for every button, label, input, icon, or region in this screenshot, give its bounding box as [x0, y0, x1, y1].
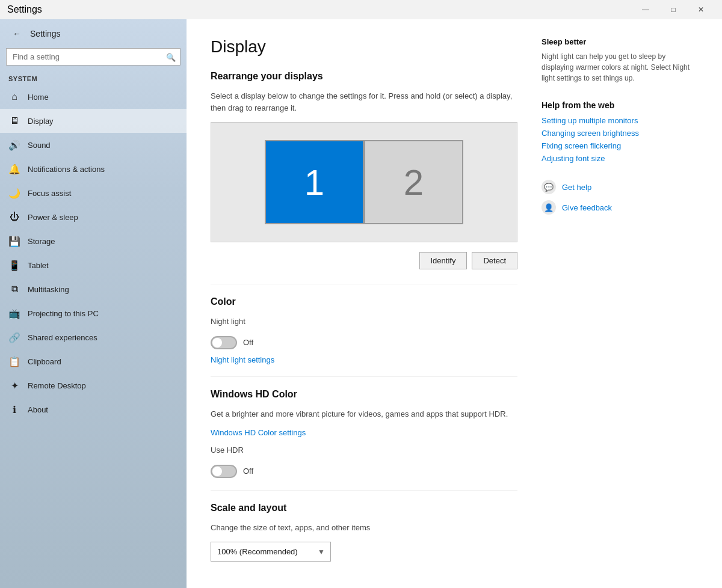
- titlebar-controls: — □ ✕: [632, 0, 715, 19]
- right-panel: Sleep better Night light can help you ge…: [542, 37, 698, 570]
- sidebar-item-label-storage: Storage: [28, 237, 55, 246]
- sidebar-item-multitasking[interactable]: ⧉Multitasking: [0, 277, 187, 301]
- night-light-label: Night light: [211, 316, 517, 328]
- power-icon: ⏻: [8, 211, 20, 223]
- give-feedback-row[interactable]: 👤 Give feedback: [542, 200, 698, 215]
- titlebar: Settings — □ ✕: [0, 0, 722, 19]
- hd-color-settings-link[interactable]: Windows HD Color settings: [211, 428, 517, 437]
- search-icon: 🔍: [166, 52, 176, 61]
- display-2[interactable]: 2: [364, 140, 463, 224]
- hd-color-title: Windows HD Color: [211, 389, 517, 400]
- notifications-icon: 🔔: [8, 163, 20, 175]
- get-help-icon: 💬: [542, 180, 556, 194]
- get-help-label: Get help: [562, 183, 591, 192]
- sidebar-item-clipboard[interactable]: 📋Clipboard: [0, 349, 187, 373]
- remote-icon: ✦: [8, 379, 20, 391]
- toggle-knob: [212, 338, 222, 348]
- clipboard-icon: 📋: [8, 355, 20, 367]
- web-links-list: Setting up multiple monitorsChanging scr…: [542, 116, 698, 163]
- display-icon: 🖥: [8, 115, 20, 127]
- sidebar-item-focus[interactable]: 🌙Focus assist: [0, 181, 187, 205]
- get-help-row[interactable]: 💬 Get help: [542, 180, 698, 194]
- sidebar-item-label-focus: Focus assist: [28, 189, 71, 198]
- titlebar-title: Settings: [7, 4, 42, 15]
- rearrange-description: Select a display below to change the set…: [211, 90, 517, 114]
- maximize-button[interactable]: □: [659, 0, 687, 19]
- help-from-web-title: Help from the web: [542, 100, 698, 110]
- sidebar-header: ← Settings: [0, 19, 187, 48]
- scale-layout-desc: Change the size of text, apps, and other…: [211, 522, 517, 534]
- page-title: Display: [211, 37, 517, 57]
- web-link-0[interactable]: Setting up multiple monitors: [542, 116, 698, 125]
- sidebar-item-label-power: Power & sleep: [28, 213, 78, 222]
- use-hdr-toggle-row: Off: [211, 465, 517, 478]
- projecting-icon: 📺: [8, 307, 20, 319]
- home-icon: ⌂: [8, 91, 20, 103]
- search-input[interactable]: [6, 48, 180, 66]
- divider-3: [211, 490, 517, 491]
- night-light-settings-link[interactable]: Night light settings: [211, 355, 517, 364]
- sidebar-item-projecting[interactable]: 📺Projecting to this PC: [0, 301, 187, 325]
- sidebar-item-label-home: Home: [28, 93, 49, 102]
- use-hdr-state: Off: [243, 467, 253, 476]
- night-light-toggle[interactable]: [211, 336, 237, 349]
- app-container: ← Settings 🔍 System ⌂Home🖥Display🔊Sound🔔…: [0, 19, 722, 588]
- shared-icon: 🔗: [8, 331, 20, 343]
- detect-button[interactable]: Detect: [472, 252, 517, 269]
- use-hdr-toggle-knob: [212, 467, 222, 476]
- sidebar-item-notifications[interactable]: 🔔Notifications & actions: [0, 157, 187, 181]
- scale-layout-title: Scale and layout: [211, 503, 517, 513]
- close-button[interactable]: ✕: [687, 0, 715, 19]
- display-1-number: 1: [304, 162, 324, 203]
- display-1[interactable]: 1: [265, 140, 364, 224]
- sleep-better-title: Sleep better: [542, 37, 698, 46]
- web-link-1[interactable]: Changing screen brightness: [542, 129, 698, 138]
- sound-icon: 🔊: [8, 139, 20, 151]
- sidebar-item-label-clipboard: Clipboard: [28, 357, 61, 366]
- use-hdr-toggle[interactable]: [211, 465, 237, 478]
- minimize-button[interactable]: —: [632, 0, 659, 19]
- hd-color-description: Get a brighter and more vibrant picture …: [211, 408, 517, 420]
- web-link-2[interactable]: Fixing screen flickering: [542, 141, 698, 150]
- sidebar-item-power[interactable]: ⏻Power & sleep: [0, 205, 187, 229]
- use-hdr-label: Use HDR: [211, 444, 517, 456]
- sidebar-item-storage[interactable]: 💾Storage: [0, 229, 187, 253]
- storage-icon: 💾: [8, 235, 20, 247]
- focus-icon: 🌙: [8, 187, 20, 199]
- sidebar-item-label-tablet: Tablet: [28, 261, 49, 270]
- about-icon: ℹ: [8, 403, 20, 415]
- sidebar-item-home[interactable]: ⌂Home: [0, 85, 187, 109]
- give-feedback-icon: 👤: [542, 200, 556, 215]
- sidebar-item-label-display: Display: [28, 117, 54, 126]
- sidebar-item-label-about: About: [28, 405, 48, 414]
- nav-list: ⌂Home🖥Display🔊Sound🔔Notifications & acti…: [0, 85, 187, 421]
- sidebar-item-label-shared: Shared experiences: [28, 333, 97, 342]
- tablet-icon: 📱: [8, 259, 20, 271]
- web-link-3[interactable]: Adjusting font size: [542, 154, 698, 163]
- sidebar-title: Settings: [30, 29, 61, 38]
- sidebar-item-display[interactable]: 🖥Display: [0, 109, 187, 133]
- sidebar-item-shared[interactable]: 🔗Shared experiences: [0, 325, 187, 349]
- sidebar-item-remote[interactable]: ✦Remote Desktop: [0, 373, 187, 397]
- help-from-web-section: Help from the web Setting up multiple mo…: [542, 100, 698, 163]
- content-left: Display Rearrange your displays Select a…: [211, 37, 517, 570]
- rearrange-title: Rearrange your displays: [211, 71, 517, 82]
- sidebar-item-label-multitasking: Multitasking: [28, 285, 69, 294]
- scale-dropdown-wrap: 100% (Recommended) ▼: [211, 542, 331, 562]
- sidebar-item-tablet[interactable]: 📱Tablet: [0, 253, 187, 277]
- display-buttons: Identify Detect: [211, 252, 517, 269]
- divider-1: [211, 284, 517, 284]
- multitasking-icon: ⧉: [8, 283, 20, 295]
- scale-dropdown[interactable]: 100% (Recommended): [211, 542, 331, 562]
- back-button[interactable]: ←: [8, 25, 25, 42]
- sleep-better-text: Night light can help you get to sleep by…: [542, 51, 698, 84]
- identify-button[interactable]: Identify: [419, 252, 467, 269]
- night-light-state: Off: [243, 338, 253, 347]
- sidebar-item-label-notifications: Notifications & actions: [28, 165, 105, 174]
- sidebar-item-about[interactable]: ℹAbout: [0, 397, 187, 421]
- sleep-better-section: Sleep better Night light can help you ge…: [542, 37, 698, 84]
- sidebar-item-sound[interactable]: 🔊Sound: [0, 133, 187, 157]
- sidebar-item-label-remote: Remote Desktop: [28, 381, 86, 390]
- color-title: Color: [211, 296, 517, 307]
- sidebar-item-label-sound: Sound: [28, 141, 51, 150]
